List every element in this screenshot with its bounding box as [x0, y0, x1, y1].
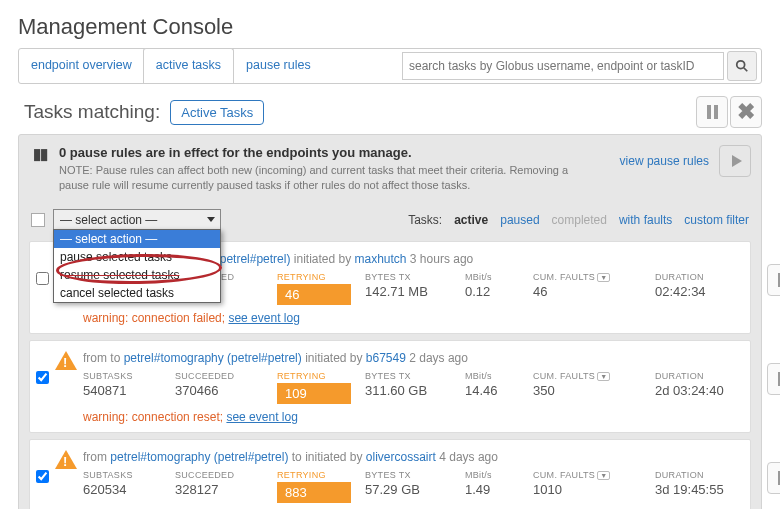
pause-icon: [707, 105, 718, 119]
svg-line-1: [744, 68, 748, 72]
select-all-checkbox[interactable]: [31, 213, 45, 227]
page-title: Management Console: [18, 14, 762, 40]
bulk-toolbar: — select action — — select action — paus…: [19, 201, 761, 235]
search-button[interactable]: [727, 51, 757, 81]
filter-paused[interactable]: paused: [500, 213, 539, 227]
task-checkbox[interactable]: [36, 470, 49, 483]
task-filter-links: Tasks: active paused completed with faul…: [408, 213, 749, 227]
task-pause-button[interactable]: [767, 264, 780, 296]
bulk-action-dropdown: — select action — pause selected tasks r…: [53, 229, 221, 303]
x-icon: ✖: [737, 101, 755, 123]
pause-all-button[interactable]: [696, 96, 728, 128]
task-checkbox[interactable]: [36, 371, 49, 384]
user-link[interactable]: b67549: [366, 351, 406, 365]
pause-rules-notice: ▮▮ 0 pause rules are in effect for the e…: [19, 135, 761, 201]
notice-title: 0 pause rules are in effect for the endp…: [59, 145, 620, 160]
cancel-all-button[interactable]: ✖: [730, 96, 762, 128]
search-icon: [735, 59, 749, 73]
tab-active-tasks[interactable]: active tasks: [143, 48, 234, 83]
task-pause-button[interactable]: [767, 363, 780, 395]
dd-option-pause[interactable]: pause selected tasks: [54, 248, 220, 266]
filter-active[interactable]: active: [454, 213, 488, 227]
tab-endpoint-overview[interactable]: endpoint overview: [19, 49, 144, 83]
dd-option-placeholder[interactable]: — select action —: [54, 230, 220, 248]
pause-icon: ▮▮: [29, 145, 51, 163]
task-row: from to petrel#tomography (petrel#petrel…: [29, 340, 751, 433]
user-link[interactable]: olivercossairt: [366, 450, 436, 464]
tasks-matching-label: Tasks matching:: [24, 101, 160, 123]
task-pause-button[interactable]: [767, 462, 780, 494]
warning-icon: [55, 349, 77, 370]
tasks-panel: ▮▮ 0 pause rules are in effect for the e…: [18, 134, 762, 509]
endpoint-link[interactable]: petrel#tomography (petrel#petrel): [124, 351, 302, 365]
filter-pill-active-tasks[interactable]: Active Tasks: [170, 100, 264, 125]
tab-pause-rules[interactable]: pause rules: [234, 49, 323, 83]
svg-point-0: [737, 61, 745, 69]
task-checkbox[interactable]: [36, 272, 49, 285]
notice-subtitle: NOTE: Pause rules can affect both new (i…: [59, 163, 599, 193]
view-pause-rules-link[interactable]: view pause rules: [620, 154, 709, 168]
endpoint-link[interactable]: petrel#tomography (petrel#petrel): [110, 450, 288, 464]
task-description: from petrel#tomography (petrel#petrel) t…: [83, 450, 759, 464]
filter-with-faults[interactable]: with faults: [619, 213, 672, 227]
user-link[interactable]: maxhutch: [355, 252, 407, 266]
search-input[interactable]: [402, 52, 724, 80]
task-warning: warning: connection failed; see event lo…: [83, 311, 759, 325]
dd-option-resume[interactable]: resume selected tasks: [54, 266, 220, 284]
see-event-log-link[interactable]: see event log: [226, 410, 297, 424]
play-icon: [732, 155, 742, 167]
task-row: from petrel#tomography (petrel#petrel) t…: [29, 439, 751, 509]
see-event-log-link[interactable]: see event log: [228, 311, 299, 325]
filter-custom[interactable]: custom filter: [684, 213, 749, 227]
dd-option-cancel[interactable]: cancel selected tasks: [54, 284, 220, 302]
bulk-action-select[interactable]: — select action —: [53, 209, 221, 231]
task-description: from to petrel#tomography (petrel#petrel…: [83, 351, 759, 365]
task-warning: warning: connection reset; see event log: [83, 410, 759, 424]
filter-completed[interactable]: completed: [552, 213, 607, 227]
top-nav: endpoint overview active tasks pause rul…: [18, 48, 762, 84]
play-button[interactable]: [719, 145, 751, 177]
warning-icon: [55, 448, 77, 469]
filter-label: Tasks:: [408, 213, 442, 227]
